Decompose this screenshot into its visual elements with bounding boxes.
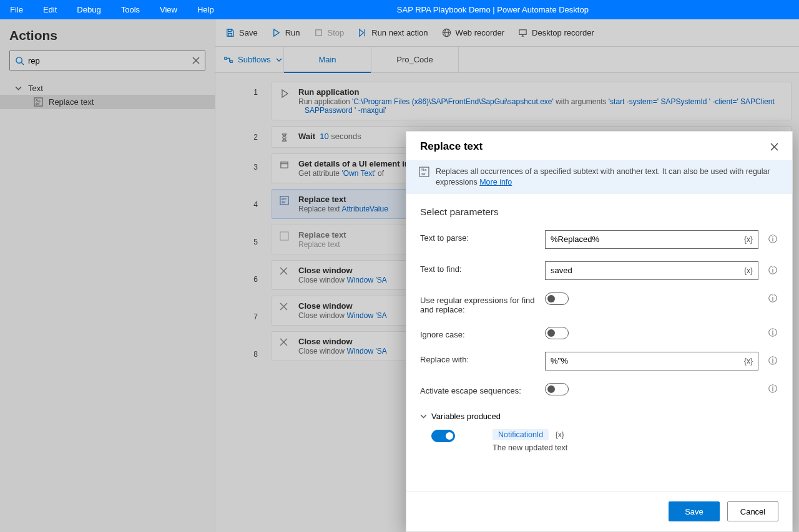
help-icon[interactable]: ⓘ <box>767 355 778 367</box>
label-ignore-case: Ignore case: <box>420 327 545 339</box>
menu-view[interactable]: View <box>150 0 187 19</box>
dialog-info-banner: Abcdef Replaces all occurrences of a spe… <box>406 160 792 194</box>
variable-picker-icon[interactable]: {x} <box>744 266 753 275</box>
replace-text-dialog: Replace text Abcdef Replaces all occurre… <box>406 131 793 532</box>
more-info-link[interactable]: More info <box>479 178 512 186</box>
variables-produced-toggle[interactable]: Variables produced <box>406 408 792 421</box>
toggle-use-regex[interactable] <box>545 293 569 305</box>
help-icon[interactable]: ⓘ <box>767 384 778 395</box>
label-escape-sequences: Activate escape sequences: <box>420 383 545 395</box>
variables-produced-body: NotificationId {x} The new updated text <box>406 421 792 452</box>
parameters-heading: Select parameters <box>406 194 792 218</box>
menu-bar: File Edit Debug Tools View Help SAP RPA … <box>0 0 799 19</box>
output-variable-chip[interactable]: NotificationId <box>493 429 549 440</box>
menu-file[interactable]: File <box>0 0 33 19</box>
resize-grip-icon[interactable]: ◢ <box>793 524 798 531</box>
input-text-to-find[interactable]: saved{x} <box>545 261 758 280</box>
dialog-cancel-button[interactable]: Cancel <box>727 501 778 521</box>
help-icon[interactable]: ⓘ <box>767 293 778 304</box>
menu-edit[interactable]: Edit <box>33 0 67 19</box>
info-icon: Abcdef <box>419 167 429 188</box>
variable-picker-icon[interactable]: {x} <box>744 357 753 365</box>
svg-text:def: def <box>421 172 426 176</box>
toggle-output-variable[interactable] <box>431 430 455 442</box>
help-icon[interactable]: ⓘ <box>767 327 778 339</box>
menu-help[interactable]: Help <box>187 0 224 19</box>
toggle-escape-sequences[interactable] <box>545 383 569 395</box>
window-title: SAP RPA Playbook Demo | Power Automate D… <box>224 5 799 14</box>
menus: File Edit Debug Tools View Help <box>0 0 224 19</box>
toggle-ignore-case[interactable] <box>545 327 569 339</box>
svg-text:Abc: Abc <box>421 168 426 172</box>
parameters: Text to parse: %Replaced%{x} ⓘ Text to f… <box>406 218 792 408</box>
input-replace-with[interactable]: %''%{x} <box>545 352 758 370</box>
help-icon[interactable]: ⓘ <box>767 234 778 245</box>
variable-picker-icon[interactable]: {x} <box>744 235 753 244</box>
variables-produced-label: Variables produced <box>431 412 501 421</box>
dialog-title: Replace text <box>420 140 483 153</box>
dialog-save-button[interactable]: Save <box>669 501 720 521</box>
dialog-footer: Save Cancel <box>406 491 792 531</box>
chevron-down-icon <box>420 413 427 420</box>
dialog-description: Replaces all occurrences of a specified … <box>436 167 780 188</box>
variable-type-icon: {x} <box>556 430 564 439</box>
help-icon[interactable]: ⓘ <box>767 265 778 276</box>
label-text-to-parse: Text to parse: <box>420 230 545 243</box>
label-replace-with: Replace with: <box>420 352 545 364</box>
input-text-to-parse[interactable]: %Replaced%{x} <box>545 230 758 249</box>
output-variable-description: The new updated text <box>493 443 567 452</box>
close-dialog-button[interactable] <box>770 143 778 151</box>
menu-tools[interactable]: Tools <box>111 0 150 19</box>
label-text-to-find: Text to find: <box>420 261 545 274</box>
menu-debug[interactable]: Debug <box>67 0 110 19</box>
label-use-regex: Use regular expressions for find and rep… <box>420 293 545 314</box>
